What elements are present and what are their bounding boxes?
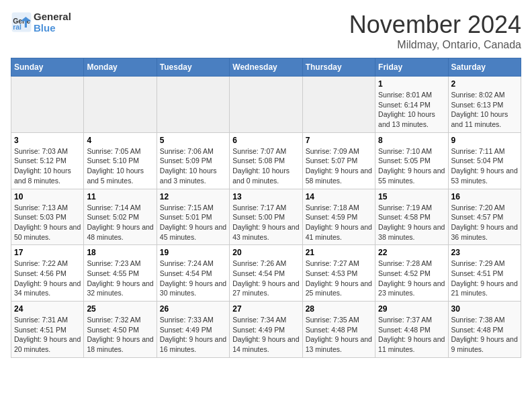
day-info: Sunrise: 8:02 AM Sunset: 6:13 PM Dayligh…	[451, 90, 518, 130]
week-row-2: 3Sunrise: 7:03 AM Sunset: 5:12 PM Daylig…	[11, 132, 521, 189]
day-info: Sunrise: 7:05 AM Sunset: 5:10 PM Dayligh…	[87, 146, 153, 186]
day-info: Sunrise: 7:37 AM Sunset: 4:48 PM Dayligh…	[378, 315, 445, 355]
day-number: 19	[160, 248, 226, 257]
header-day-monday: Monday	[84, 58, 157, 77]
day-number: 11	[87, 192, 153, 201]
day-number: 2	[451, 79, 518, 89]
month-title: November 2024	[349, 11, 521, 39]
calendar-cell: 11Sunrise: 7:14 AM Sunset: 5:02 PM Dayli…	[84, 189, 157, 245]
calendar-cell	[302, 77, 375, 133]
day-number: 16	[451, 192, 518, 201]
calendar-cell: 20Sunrise: 7:26 AM Sunset: 4:54 PM Dayli…	[230, 245, 302, 302]
logo-text-line1: General	[34, 11, 71, 22]
calendar-cell: 15Sunrise: 7:19 AM Sunset: 4:58 PM Dayli…	[375, 189, 448, 245]
calendar-cell: 28Sunrise: 7:35 AM Sunset: 4:48 PM Dayli…	[302, 302, 375, 358]
day-number: 21	[306, 248, 372, 257]
day-number: 12	[160, 192, 226, 201]
calendar-cell: 21Sunrise: 7:27 AM Sunset: 4:53 PM Dayli…	[302, 245, 375, 302]
header-day-sunday: Sunday	[11, 58, 84, 77]
day-info: Sunrise: 7:38 AM Sunset: 4:48 PM Dayligh…	[451, 315, 518, 355]
day-info: Sunrise: 7:22 AM Sunset: 4:56 PM Dayligh…	[14, 259, 81, 298]
calendar-cell: 13Sunrise: 7:17 AM Sunset: 5:00 PM Dayli…	[230, 189, 302, 245]
day-info: Sunrise: 7:31 AM Sunset: 4:51 PM Dayligh…	[14, 315, 81, 355]
day-info: Sunrise: 7:18 AM Sunset: 4:59 PM Dayligh…	[306, 203, 372, 242]
day-info: Sunrise: 7:19 AM Sunset: 4:58 PM Dayligh…	[378, 203, 445, 242]
day-info: Sunrise: 7:07 AM Sunset: 5:08 PM Dayligh…	[232, 146, 299, 186]
calendar-cell: 24Sunrise: 7:31 AM Sunset: 4:51 PM Dayli…	[11, 302, 84, 358]
day-number: 15	[378, 192, 445, 201]
week-row-3: 10Sunrise: 7:13 AM Sunset: 5:03 PM Dayli…	[11, 189, 521, 245]
day-info: Sunrise: 7:06 AM Sunset: 5:09 PM Dayligh…	[160, 146, 226, 186]
calendar-cell: 25Sunrise: 7:32 AM Sunset: 4:50 PM Dayli…	[84, 302, 157, 358]
calendar-cell: 17Sunrise: 7:22 AM Sunset: 4:56 PM Dayli…	[11, 245, 84, 302]
logo-text-line2: Blue	[34, 22, 71, 34]
week-row-4: 17Sunrise: 7:22 AM Sunset: 4:56 PM Dayli…	[11, 245, 521, 302]
week-row-5: 24Sunrise: 7:31 AM Sunset: 4:51 PM Dayli…	[11, 302, 521, 358]
svg-text:ral: ral	[13, 24, 21, 31]
calendar-cell: 12Sunrise: 7:15 AM Sunset: 5:01 PM Dayli…	[157, 189, 229, 245]
calendar-cell: 5Sunrise: 7:06 AM Sunset: 5:09 PM Daylig…	[157, 132, 229, 189]
day-info: Sunrise: 7:10 AM Sunset: 5:05 PM Dayligh…	[378, 146, 445, 186]
day-number: 20	[232, 248, 299, 257]
calendar-table: SundayMondayTuesdayWednesdayThursdayFrid…	[11, 58, 521, 358]
calendar-cell: 10Sunrise: 7:13 AM Sunset: 5:03 PM Dayli…	[11, 189, 84, 245]
day-info: Sunrise: 7:35 AM Sunset: 4:48 PM Dayligh…	[306, 315, 372, 355]
calendar-cell: 23Sunrise: 7:29 AM Sunset: 4:51 PM Dayli…	[448, 245, 521, 302]
calendar-cell: 22Sunrise: 7:28 AM Sunset: 4:52 PM Dayli…	[375, 245, 448, 302]
header-day-thursday: Thursday	[302, 58, 375, 77]
calendar-body: 1Sunrise: 8:01 AM Sunset: 6:14 PM Daylig…	[11, 77, 521, 358]
day-number: 17	[14, 248, 81, 257]
header-day-tuesday: Tuesday	[157, 58, 229, 77]
calendar-cell: 4Sunrise: 7:05 AM Sunset: 5:10 PM Daylig…	[84, 132, 157, 189]
day-info: Sunrise: 7:20 AM Sunset: 4:57 PM Dayligh…	[451, 203, 518, 242]
calendar-cell: 26Sunrise: 7:33 AM Sunset: 4:49 PM Dayli…	[157, 302, 229, 358]
location: Mildmay, Ontario, Canada	[349, 39, 521, 51]
day-info: Sunrise: 7:17 AM Sunset: 5:00 PM Dayligh…	[232, 203, 299, 242]
calendar-cell: 6Sunrise: 7:07 AM Sunset: 5:08 PM Daylig…	[230, 132, 302, 189]
calendar-cell: 29Sunrise: 7:37 AM Sunset: 4:48 PM Dayli…	[375, 302, 448, 358]
day-info: Sunrise: 7:29 AM Sunset: 4:51 PM Dayligh…	[451, 259, 518, 298]
day-number: 23	[451, 248, 518, 257]
calendar-cell	[157, 77, 229, 133]
calendar-cell: 14Sunrise: 7:18 AM Sunset: 4:59 PM Dayli…	[302, 189, 375, 245]
day-info: Sunrise: 7:34 AM Sunset: 4:49 PM Dayligh…	[232, 315, 299, 355]
title-block: November 2024 Mildmay, Ontario, Canada	[349, 11, 521, 51]
calendar-cell: 27Sunrise: 7:34 AM Sunset: 4:49 PM Dayli…	[230, 302, 302, 358]
day-info: Sunrise: 7:33 AM Sunset: 4:49 PM Dayligh…	[160, 315, 226, 355]
day-info: Sunrise: 8:01 AM Sunset: 6:14 PM Dayligh…	[378, 90, 445, 130]
day-info: Sunrise: 7:13 AM Sunset: 5:03 PM Dayligh…	[14, 203, 81, 242]
calendar-cell: 18Sunrise: 7:23 AM Sunset: 4:55 PM Dayli…	[84, 245, 157, 302]
day-number: 4	[87, 136, 153, 145]
day-info: Sunrise: 7:03 AM Sunset: 5:12 PM Dayligh…	[14, 146, 81, 186]
calendar-cell: 9Sunrise: 7:11 AM Sunset: 5:04 PM Daylig…	[448, 132, 521, 189]
calendar-cell	[11, 77, 84, 133]
calendar-cell: 16Sunrise: 7:20 AM Sunset: 4:57 PM Dayli…	[448, 189, 521, 245]
header-row: SundayMondayTuesdayWednesdayThursdayFrid…	[11, 58, 521, 77]
day-number: 7	[306, 136, 372, 145]
day-number: 29	[378, 304, 445, 314]
day-number: 3	[14, 136, 81, 145]
day-info: Sunrise: 7:24 AM Sunset: 4:54 PM Dayligh…	[160, 259, 226, 298]
header-day-wednesday: Wednesday	[230, 58, 302, 77]
day-number: 10	[14, 192, 81, 201]
calendar-cell: 8Sunrise: 7:10 AM Sunset: 5:05 PM Daylig…	[375, 132, 448, 189]
day-number: 28	[306, 304, 372, 314]
day-number: 25	[87, 304, 153, 314]
day-number: 13	[232, 192, 299, 201]
page-header: Gene ral General Blue November 2024 Mild…	[11, 11, 521, 51]
day-number: 26	[160, 304, 226, 314]
day-number: 14	[306, 192, 372, 201]
logo: Gene ral General Blue	[11, 11, 71, 34]
day-info: Sunrise: 7:11 AM Sunset: 5:04 PM Dayligh…	[451, 146, 518, 186]
calendar-cell	[84, 77, 157, 133]
day-number: 8	[378, 136, 445, 145]
day-info: Sunrise: 7:32 AM Sunset: 4:50 PM Dayligh…	[87, 315, 153, 355]
logo-icon: Gene ral	[11, 11, 32, 33]
week-row-1: 1Sunrise: 8:01 AM Sunset: 6:14 PM Daylig…	[11, 77, 521, 133]
day-info: Sunrise: 7:28 AM Sunset: 4:52 PM Dayligh…	[378, 259, 445, 298]
calendar-cell: 7Sunrise: 7:09 AM Sunset: 5:07 PM Daylig…	[302, 132, 375, 189]
calendar-cell: 2Sunrise: 8:02 AM Sunset: 6:13 PM Daylig…	[448, 77, 521, 133]
day-number: 27	[232, 304, 299, 314]
calendar-header: SundayMondayTuesdayWednesdayThursdayFrid…	[11, 58, 521, 77]
day-number: 6	[232, 136, 299, 145]
